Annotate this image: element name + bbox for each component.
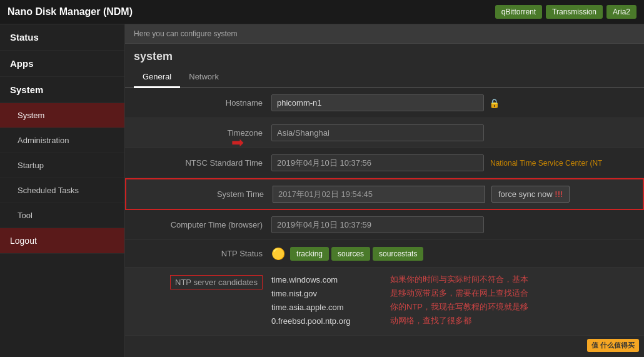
computer-time-label: Computer Time (browser) (134, 220, 271, 229)
ntp-server-name-1: time.nist.gov (271, 289, 384, 298)
content-area: Here you can configure system system Gen… (125, 24, 644, 357)
sidebar-item-administration[interactable]: Administration (0, 128, 124, 153)
tab-bar: General Network (125, 67, 644, 88)
main-layout: Status Apps System System Administration… (0, 24, 644, 357)
ntsc-input (271, 154, 484, 171)
ntsc-extra: National Time Service Center (NT (490, 159, 602, 168)
header-buttons: qBittorrent Transmission Aria2 (495, 5, 636, 19)
list-item: time.nist.gov 是移动宽带居多，需要在网上查找适合 (271, 288, 635, 299)
timezone-label: Timezone (134, 128, 271, 138)
ntp-candidates-row: NTP server candidates time.windows.com 如… (125, 268, 644, 336)
watermark: 值 什么值得买 (587, 339, 639, 352)
ntsc-label: NTSC Standard Time (134, 158, 271, 168)
ntp-server-comment-0: 如果你的时间与实际时间不符合，基本 (390, 274, 528, 285)
hostname-row: Hostname 🔒 (125, 88, 644, 118)
hostname-input[interactable] (271, 94, 484, 111)
ntp-candidates-label-wrapper: NTP server candidates (134, 274, 271, 289)
ntp-server-name-2: time.asia.apple.com (271, 303, 384, 312)
sidebar-item-tool[interactable]: Tool (0, 203, 124, 228)
system-time-label: System Time (135, 189, 273, 199)
system-time-input (273, 186, 485, 203)
ntsc-row: NTSC Standard Time National Time Service… (125, 148, 644, 178)
ntp-servers-list: time.windows.com 如果你的时间与实际时间不符合，基本 time.… (271, 274, 635, 329)
ntp-candidates-label: NTP server candidates (170, 275, 263, 289)
computer-time-row: Computer Time (browser) (125, 210, 644, 240)
timezone-row: Timezone (125, 118, 644, 148)
system-time-row: System Time force sync now !!! (125, 178, 644, 210)
sidebar: Status Apps System System Administration… (0, 24, 125, 357)
breadcrumb: Here you can configure system (125, 24, 644, 44)
hostname-icon: 🔒 (489, 98, 500, 108)
sidebar-item-status[interactable]: Status (0, 24, 124, 51)
ntp-status-label: NTP Status (134, 249, 271, 258)
aria2-btn[interactable]: Aria2 (606, 5, 636, 19)
form-area: Hostname 🔒 Timezone NTSC Standard Time N… (125, 88, 644, 336)
sidebar-item-startup[interactable]: Startup (0, 153, 124, 178)
ntp-server-comment-3: 动网络，查找了很多都 (390, 315, 471, 326)
tab-general[interactable]: General (134, 67, 180, 88)
list-item: time.asia.apple.com 你的NTP，我现在写教程的环境就是移 (271, 301, 635, 313)
page-title: system (125, 44, 644, 67)
sidebar-item-logout[interactable]: Logout (0, 228, 124, 254)
sidebar-item-system[interactable]: System (0, 77, 124, 103)
list-item: 0.freebsd.pool.ntp.org 动网络，查找了很多都 (271, 315, 635, 326)
force-sync-exclaim: !!! (553, 189, 563, 199)
transmission-btn[interactable]: Transmission (546, 5, 603, 19)
ntp-server-comment-1: 是移动宽带居多，需要在网上查找适合 (390, 288, 528, 299)
sidebar-item-scheduled-tasks[interactable]: Scheduled Tasks (0, 178, 124, 203)
computer-time-input (271, 216, 484, 233)
ntp-tracking-button[interactable]: tracking (290, 247, 329, 261)
app-header: Nano Disk Manager (NDM) qBittorrent Tran… (0, 0, 644, 24)
tab-network[interactable]: Network (180, 67, 228, 88)
sidebar-item-system-sub[interactable]: System (0, 103, 124, 128)
force-sync-button[interactable]: force sync now !!! (491, 186, 570, 203)
ntp-server-name-0: time.windows.com (271, 275, 384, 284)
timezone-input[interactable] (271, 124, 484, 141)
sidebar-item-apps[interactable]: Apps (0, 51, 124, 77)
ntp-sources-button[interactable]: sources (331, 247, 370, 261)
ntp-server-comment-2: 你的NTP，我现在写教程的环境就是移 (390, 301, 528, 313)
ntp-status-icon: 🟡 (271, 247, 285, 261)
app-title: Nano Disk Manager (NDM) (8, 6, 133, 18)
list-item: time.windows.com 如果你的时间与实际时间不符合，基本 (271, 274, 635, 285)
hostname-label: Hostname (134, 98, 271, 108)
ntp-status-row: NTP Status 🟡 tracking sources sourcestat… (125, 240, 644, 268)
qbittorrent-btn[interactable]: qBittorrent (495, 5, 542, 19)
ntp-sourcestats-button[interactable]: sourcestats (373, 247, 423, 261)
ntp-server-name-3: 0.freebsd.pool.ntp.org (271, 316, 384, 326)
